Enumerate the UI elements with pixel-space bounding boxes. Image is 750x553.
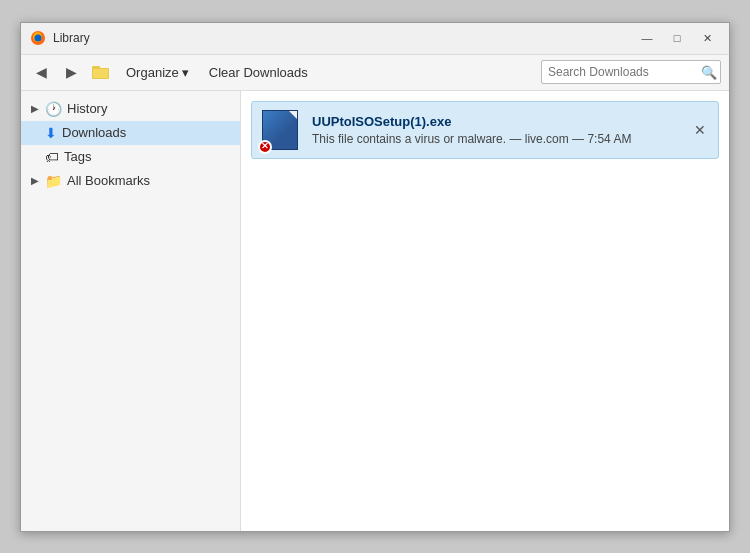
organize-button[interactable]: Organize ▾	[119, 62, 196, 83]
download-info: UUPtoISOSetup(1).exe This file contains …	[312, 114, 708, 146]
sidebar-item-tags[interactable]: ▶ 🏷 Tags	[21, 145, 240, 169]
toolbar: ◀ ▶ Organize ▾ Clear Downloads 🔍	[21, 55, 729, 91]
search-input[interactable]	[542, 63, 698, 81]
title-bar-left: Library	[29, 29, 90, 47]
sidebar-item-history[interactable]: ▶ 🕐 History	[21, 97, 240, 121]
title-bar-controls: — □ ✕	[633, 28, 721, 48]
clear-downloads-button[interactable]: Clear Downloads	[202, 62, 315, 83]
history-icon: 🕐	[45, 101, 62, 117]
download-item: ✕ UUPtoISOSetup(1).exe This file contain…	[251, 101, 719, 159]
organize-label: Organize	[126, 65, 179, 80]
download-status: This file contains a virus or malware. —…	[312, 132, 708, 146]
content-area: ✕ UUPtoISOSetup(1).exe This file contain…	[241, 91, 729, 531]
folder-icon	[89, 60, 113, 84]
main-area: ▶ 🕐 History ▶ ⬇ Downloads ▶ 🏷 Tags ▶ 📁 A…	[21, 91, 729, 531]
search-box: 🔍	[541, 60, 721, 84]
library-window: Library — □ ✕ ◀ ▶ Organize ▾ Clear Downl…	[20, 22, 730, 532]
firefox-icon	[29, 29, 47, 47]
sidebar-label-bookmarks: All Bookmarks	[67, 173, 150, 188]
downloads-icon: ⬇	[45, 125, 57, 141]
tags-icon: 🏷	[45, 149, 59, 165]
forward-button[interactable]: ▶	[59, 60, 83, 84]
minimize-button[interactable]: —	[633, 28, 661, 48]
title-bar: Library — □ ✕	[21, 23, 729, 55]
search-icon[interactable]: 🔍	[698, 61, 720, 83]
sidebar-label-history: History	[67, 101, 107, 116]
sidebar-item-all-bookmarks[interactable]: ▶ 📁 All Bookmarks	[21, 169, 240, 193]
bookmarks-icon: 📁	[45, 173, 62, 189]
window-title: Library	[53, 31, 90, 45]
sidebar: ▶ 🕐 History ▶ ⬇ Downloads ▶ 🏷 Tags ▶ 📁 A…	[21, 91, 241, 531]
file-corner	[289, 111, 297, 119]
sidebar-item-downloads[interactable]: ▶ ⬇ Downloads	[21, 121, 240, 145]
svg-rect-4	[93, 69, 108, 78]
sidebar-label-tags: Tags	[64, 149, 91, 164]
svg-point-1	[35, 35, 42, 42]
maximize-button[interactable]: □	[663, 28, 691, 48]
download-close-button[interactable]: ✕	[690, 120, 710, 140]
organize-arrow: ▾	[182, 65, 189, 80]
error-badge: ✕	[258, 140, 272, 154]
download-filename: UUPtoISOSetup(1).exe	[312, 114, 708, 129]
expand-arrow-bookmarks: ▶	[31, 175, 43, 186]
download-thumbnail: ✕	[262, 110, 302, 150]
close-button[interactable]: ✕	[693, 28, 721, 48]
back-button[interactable]: ◀	[29, 60, 53, 84]
sidebar-label-downloads: Downloads	[62, 125, 126, 140]
expand-arrow-history: ▶	[31, 103, 43, 114]
